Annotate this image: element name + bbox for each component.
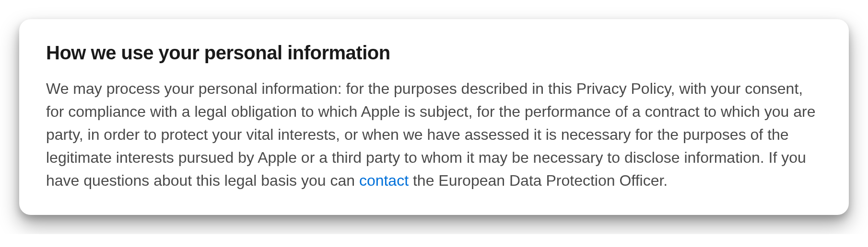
contact-link[interactable]: contact bbox=[359, 172, 409, 189]
section-body: We may process your personal information… bbox=[46, 77, 822, 192]
privacy-section-card: How we use your personal information We … bbox=[19, 19, 849, 215]
body-text-after-link: the European Data Protection Officer. bbox=[409, 172, 668, 189]
section-heading: How we use your personal information bbox=[46, 42, 822, 64]
